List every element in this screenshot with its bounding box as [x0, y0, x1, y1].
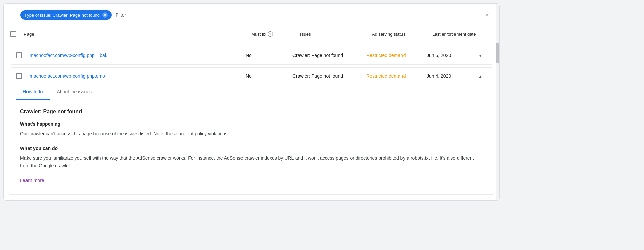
row2-issues: Crawler: Page not found — [292, 73, 366, 79]
filter-bar: Type of issue: Crawler: Page not found ×… — [4, 4, 499, 27]
row1-enforcement: Jun 5, 2020 — [427, 53, 474, 58]
tab-how-to-fix[interactable]: How to fix — [16, 84, 50, 100]
row1-issues: Crawler: Page not found — [292, 53, 366, 58]
content-area: Crawler: Page not found What's happening… — [9, 100, 494, 194]
column-header-must-fix: Must fix ? — [251, 31, 298, 37]
row2-url-link[interactable]: machoofact.com/wp-config.phptemp — [30, 73, 246, 79]
chevron-up-icon — [478, 73, 482, 79]
row2-ad-status: Restricted demand — [366, 73, 427, 79]
row-group-1: machoofact.com/wp-config.php__bak No Cra… — [9, 47, 494, 65]
scrollbar-thumb[interactable] — [496, 43, 499, 63]
chevron-down-icon — [478, 52, 482, 58]
row2-enforcement: Jun 4, 2020 — [427, 73, 474, 79]
column-header-issues: Issues — [298, 32, 372, 37]
column-header-enforcement: Last enforcement date — [432, 32, 493, 37]
filter-chip: Type of issue: Crawler: Page not found × — [20, 10, 112, 20]
column-header-page: Page — [24, 32, 251, 37]
row-group-2: machoofact.com/wp-config.phptemp No Craw… — [9, 67, 494, 195]
menu-icon[interactable] — [10, 13, 16, 17]
table-row: machoofact.com/wp-config.phptemp No Craw… — [9, 68, 494, 84]
table-header: Page Must fix ? Issues Ad serving status… — [4, 27, 499, 41]
filter-chip-close-button[interactable]: × — [102, 12, 108, 18]
section-text-1: Our crawler can't access this page becau… — [20, 130, 483, 137]
tabs-bar: How to fix About the issues — [9, 84, 494, 100]
tab-about-issues[interactable]: About the issues — [50, 84, 98, 100]
scrollbar[interactable] — [496, 4, 499, 200]
row1-expand-button[interactable] — [474, 52, 487, 58]
row1-ad-status: Restricted demand — [366, 53, 427, 58]
section-whats-happening: What's happening Our crawler can't acces… — [20, 121, 483, 137]
section-what-you-can-do: What you can do Make sure you familiariz… — [20, 145, 483, 183]
row2-checkbox[interactable] — [16, 73, 22, 79]
learn-more-link[interactable]: Learn more — [20, 178, 44, 183]
section-text-2: Make sure you familiarize yourself with … — [20, 154, 483, 169]
column-header-ad-status: Ad serving status — [372, 32, 432, 37]
filter-button[interactable]: Filter — [116, 12, 126, 18]
row1-url-link[interactable]: machoofact.com/wp-config.php__bak — [30, 53, 246, 58]
content-title: Crawler: Page not found — [20, 109, 483, 115]
header-checkbox[interactable] — [10, 31, 16, 37]
section-heading-2: What you can do — [20, 145, 483, 151]
filter-chip-label: Type of issue: Crawler: Page not found — [24, 13, 100, 18]
must-fix-help-icon[interactable]: ? — [268, 31, 273, 37]
close-button[interactable]: × — [482, 10, 493, 20]
row2-collapse-button[interactable] — [474, 73, 487, 79]
section-heading-1: What's happening — [20, 121, 483, 127]
row1-checkbox[interactable] — [16, 52, 22, 58]
expanded-section: How to fix About the issues Crawler: Pag… — [9, 84, 494, 195]
row2-must-fix: No — [246, 73, 292, 79]
table-row: machoofact.com/wp-config.php__bak No Cra… — [9, 47, 494, 64]
row1-must-fix: No — [246, 53, 292, 58]
